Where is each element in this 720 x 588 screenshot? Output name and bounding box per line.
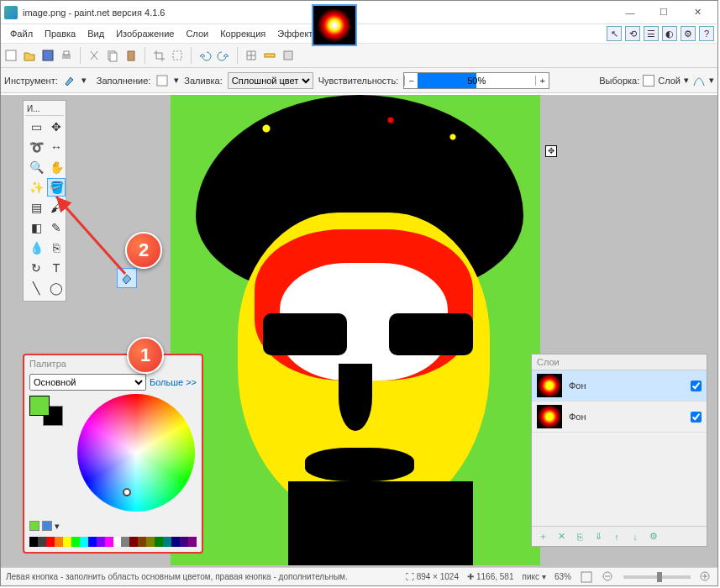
palette-color[interactable] bbox=[88, 537, 97, 547]
history-icon[interactable]: ⟲ bbox=[625, 26, 640, 41]
fit-window-icon[interactable] bbox=[580, 570, 593, 584]
more-link[interactable]: Больше >> bbox=[150, 377, 197, 387]
sensitivity-minus[interactable]: − bbox=[404, 76, 418, 86]
tool-icon[interactable]: ↖ bbox=[607, 26, 622, 41]
color-wheel[interactable] bbox=[77, 394, 195, 512]
duplicate-layer-icon[interactable]: ⎘ bbox=[572, 529, 587, 544]
menu-Слои[interactable]: Слои bbox=[180, 26, 214, 41]
app-icon bbox=[4, 6, 18, 19]
add-layer-icon[interactable]: ＋ bbox=[535, 529, 550, 544]
grid-icon[interactable] bbox=[244, 49, 258, 62]
recent-color[interactable] bbox=[42, 521, 52, 531]
zoom-slider[interactable] bbox=[623, 575, 691, 579]
move-handle-icon[interactable]: ✥ bbox=[545, 145, 557, 157]
open-icon[interactable] bbox=[23, 49, 36, 62]
palette-color[interactable] bbox=[71, 537, 80, 547]
new-icon[interactable] bbox=[4, 49, 18, 62]
layer-scope-label: Слой bbox=[658, 76, 681, 86]
wand-icon[interactable]: ✨ bbox=[27, 178, 45, 197]
ruler-icon[interactable] bbox=[263, 49, 276, 62]
save-icon[interactable] bbox=[41, 49, 55, 62]
layer-visible-checkbox[interactable] bbox=[691, 412, 702, 423]
antialias-icon[interactable] bbox=[692, 74, 706, 87]
sensitivity-slider[interactable]: − 50% + bbox=[403, 72, 549, 89]
canvas[interactable]: ✥ bbox=[171, 95, 540, 565]
menu-Файл[interactable]: Файл bbox=[4, 26, 39, 41]
palette-color[interactable] bbox=[46, 537, 55, 547]
recent-color[interactable] bbox=[29, 521, 39, 531]
palette-color[interactable] bbox=[146, 537, 155, 547]
palette-color[interactable] bbox=[163, 537, 171, 547]
menu-Коррекция[interactable]: Коррекция bbox=[214, 26, 271, 41]
menu-Вид[interactable]: Вид bbox=[81, 26, 110, 41]
colors-icon[interactable]: ◐ bbox=[662, 26, 677, 41]
print-icon[interactable] bbox=[60, 49, 73, 62]
palette-color[interactable] bbox=[63, 537, 71, 547]
palette-color[interactable] bbox=[155, 537, 163, 547]
colors-panel: Палитра Основной Больше >> ▾ bbox=[23, 354, 203, 554]
tool-label: Инструмент: bbox=[4, 76, 58, 86]
lasso-icon[interactable]: ➰ bbox=[27, 138, 45, 156]
palette-color[interactable] bbox=[180, 537, 188, 547]
palette-color[interactable] bbox=[171, 537, 180, 547]
palette-color[interactable] bbox=[55, 537, 63, 547]
eraser-icon[interactable]: ◧ bbox=[27, 218, 45, 237]
pixel-grid-icon[interactable] bbox=[281, 49, 295, 62]
move-down-icon[interactable]: ↓ bbox=[628, 529, 643, 544]
copy-icon[interactable] bbox=[106, 49, 119, 62]
layer-scope-icon[interactable] bbox=[643, 75, 654, 87]
help-icon[interactable]: ? bbox=[699, 26, 714, 41]
redo-icon[interactable] bbox=[217, 49, 230, 62]
line-icon[interactable]: ╲ bbox=[27, 279, 45, 297]
rect-select-icon[interactable]: ▭ bbox=[27, 118, 45, 136]
deselect-icon[interactable] bbox=[171, 49, 184, 62]
gradient-icon[interactable]: ▤ bbox=[27, 198, 45, 217]
paste-icon[interactable] bbox=[124, 49, 138, 62]
svg-rect-1 bbox=[43, 50, 53, 60]
zoom-out-icon[interactable] bbox=[602, 570, 615, 584]
undo-icon[interactable] bbox=[198, 49, 212, 62]
palette-color[interactable] bbox=[113, 537, 122, 547]
minimize-button[interactable]: — bbox=[613, 2, 647, 24]
menu-Изображение[interactable]: Изображение bbox=[110, 26, 180, 41]
crop-icon[interactable] bbox=[152, 49, 166, 62]
palette-color[interactable] bbox=[80, 537, 88, 547]
zoom-in-icon[interactable] bbox=[699, 570, 712, 584]
move-up-icon[interactable]: ↑ bbox=[609, 529, 624, 544]
cut-icon[interactable] bbox=[87, 49, 101, 62]
palette-color[interactable] bbox=[29, 537, 38, 547]
fill-style-icon[interactable] bbox=[155, 74, 169, 87]
maximize-button[interactable]: ☐ bbox=[647, 2, 681, 24]
palette-color[interactable] bbox=[97, 537, 105, 547]
palette-strip[interactable] bbox=[29, 537, 197, 547]
properties-icon[interactable]: ⚙ bbox=[646, 529, 661, 544]
color-mode-select[interactable]: Основной bbox=[29, 374, 146, 391]
layer-visible-checkbox[interactable] bbox=[691, 381, 702, 391]
layer-row[interactable]: Фон bbox=[532, 370, 707, 402]
zoom-icon[interactable]: 🔍 bbox=[27, 158, 45, 176]
picker-icon[interactable]: 💧 bbox=[27, 239, 45, 257]
settings-icon[interactable]: ⚙ bbox=[681, 26, 696, 41]
merge-down-icon[interactable]: ⇓ bbox=[591, 529, 606, 544]
layer-row[interactable]: Фон bbox=[532, 402, 707, 433]
palette-color[interactable] bbox=[188, 537, 197, 547]
recolor-icon[interactable]: ↻ bbox=[27, 259, 45, 277]
delete-layer-icon[interactable]: ✕ bbox=[554, 529, 569, 544]
close-button[interactable]: ✕ bbox=[681, 2, 714, 24]
sensitivity-plus[interactable]: + bbox=[535, 76, 549, 86]
color-swatches[interactable] bbox=[29, 396, 63, 426]
pan-icon[interactable]: ✋ bbox=[47, 158, 66, 176]
move-icon[interactable]: ✥ bbox=[47, 118, 66, 136]
palette-color[interactable] bbox=[38, 537, 46, 547]
move-sel-icon[interactable]: ↔ bbox=[47, 138, 66, 156]
palette-color[interactable] bbox=[105, 537, 113, 547]
document-thumbnail[interactable] bbox=[312, 4, 357, 46]
palette-color[interactable] bbox=[138, 537, 146, 547]
current-tool-icon[interactable] bbox=[63, 74, 76, 87]
layers-icon[interactable]: ☰ bbox=[644, 26, 659, 41]
svg-rect-3 bbox=[64, 51, 69, 55]
menu-Правка[interactable]: Правка bbox=[39, 26, 81, 41]
palette-color[interactable] bbox=[121, 537, 129, 547]
palette-color[interactable] bbox=[129, 537, 138, 547]
flood-mode-select[interactable]: Сплошной цвет bbox=[228, 72, 313, 89]
